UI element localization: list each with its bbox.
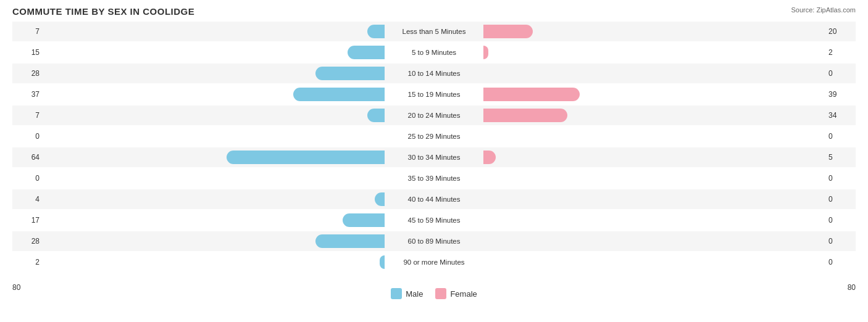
bars-center: 90 or more Minutes <box>43 252 825 272</box>
legend-male: Male <box>391 288 423 299</box>
bars-center: 45 to 59 Minutes <box>43 210 825 230</box>
row-label: 25 to 29 Minutes <box>385 133 483 140</box>
female-value: 0 <box>825 216 856 225</box>
male-value: 7 <box>12 27 43 36</box>
female-value: 34 <box>825 111 856 120</box>
chart-title: COMMUTE TIME BY SEX IN COOLIDGE <box>12 6 856 17</box>
legend-female: Female <box>435 288 477 299</box>
female-bar <box>483 46 488 59</box>
female-value: 0 <box>825 132 856 141</box>
male-value: 2 <box>12 258 43 266</box>
legend: Male Female <box>391 288 477 299</box>
chart-row: 290 or more Minutes0 <box>12 252 856 272</box>
chart-row: 2810 to 14 Minutes0 <box>12 64 856 83</box>
bars-center: 30 to 34 Minutes <box>43 147 825 167</box>
female-value: 5 <box>825 153 856 162</box>
row-label: 90 or more Minutes <box>385 258 483 266</box>
row-label: 20 to 24 Minutes <box>385 112 483 119</box>
bars-center: 40 to 44 Minutes <box>43 189 825 209</box>
male-value: 4 <box>12 195 43 204</box>
male-bar <box>348 46 385 59</box>
bars-center: 35 to 39 Minutes <box>43 168 825 188</box>
chart-area: 7Less than 5 Minutes20155 to 9 Minutes22… <box>12 22 856 281</box>
row-label: 40 to 44 Minutes <box>385 196 483 203</box>
male-value: 7 <box>12 111 43 120</box>
male-value: 37 <box>12 90 43 99</box>
male-bar <box>293 88 385 101</box>
row-label: 45 to 59 Minutes <box>385 217 483 224</box>
male-value: 0 <box>12 174 43 183</box>
chart-row: 155 to 9 Minutes2 <box>12 43 856 62</box>
male-bar <box>227 151 385 164</box>
chart-container: COMMUTE TIME BY SEX IN COOLIDGE Source: … <box>0 0 868 322</box>
row-label: 35 to 39 Minutes <box>385 175 483 182</box>
male-bar <box>343 213 385 227</box>
bars-center: 15 to 19 Minutes <box>43 85 825 104</box>
male-bar <box>367 109 385 122</box>
female-bar <box>483 88 580 101</box>
source-text: Source: ZipAtlas.com <box>791 6 856 14</box>
female-bar <box>483 151 496 164</box>
row-label: 15 to 19 Minutes <box>385 91 483 98</box>
female-bar <box>483 25 533 38</box>
male-label: Male <box>406 289 423 299</box>
female-value: 39 <box>825 90 856 99</box>
male-bar <box>315 234 385 248</box>
chart-row: 2860 to 89 Minutes0 <box>12 231 856 251</box>
female-value: 0 <box>825 258 856 266</box>
chart-row: 1745 to 59 Minutes0 <box>12 210 856 230</box>
male-value: 28 <box>12 237 43 246</box>
female-value: 0 <box>825 69 856 78</box>
male-value: 0 <box>12 132 43 141</box>
row-label: Less than 5 Minutes <box>385 28 483 35</box>
row-label: 30 to 34 Minutes <box>385 154 483 161</box>
chart-row: 025 to 29 Minutes0 <box>12 126 856 146</box>
female-value: 0 <box>825 237 856 246</box>
female-value: 0 <box>825 195 856 204</box>
axis-right: 80 <box>848 283 856 299</box>
female-label: Female <box>450 289 477 299</box>
bars-center: 5 to 9 Minutes <box>43 43 825 62</box>
chart-row: 035 to 39 Minutes0 <box>12 168 856 188</box>
male-value: 64 <box>12 153 43 162</box>
female-bar <box>483 109 567 122</box>
female-value: 20 <box>825 27 856 36</box>
bars-center: 20 to 24 Minutes <box>43 105 825 125</box>
male-bar <box>367 25 385 38</box>
axis-left: 80 <box>12 283 20 299</box>
male-value: 28 <box>12 69 43 78</box>
axis-labels: 80 Male Female 80 <box>12 283 856 299</box>
female-value: 2 <box>825 48 856 57</box>
male-bar <box>375 192 385 206</box>
female-value: 0 <box>825 174 856 183</box>
chart-row: 6430 to 34 Minutes5 <box>12 147 856 167</box>
chart-row: 720 to 24 Minutes34 <box>12 105 856 125</box>
bars-center: Less than 5 Minutes <box>43 22 825 41</box>
male-value: 17 <box>12 216 43 225</box>
male-color-box <box>391 288 402 299</box>
chart-row: 440 to 44 Minutes0 <box>12 189 856 209</box>
female-color-box <box>435 288 446 299</box>
bars-center: 25 to 29 Minutes <box>43 126 825 146</box>
chart-row: 7Less than 5 Minutes20 <box>12 22 856 41</box>
row-label: 60 to 89 Minutes <box>385 237 483 245</box>
chart-row: 3715 to 19 Minutes39 <box>12 85 856 104</box>
male-value: 15 <box>12 48 43 57</box>
bars-center: 60 to 89 Minutes <box>43 231 825 251</box>
row-label: 5 to 9 Minutes <box>385 49 483 56</box>
male-bar <box>380 255 385 269</box>
male-bar <box>315 67 385 80</box>
bars-center: 10 to 14 Minutes <box>43 64 825 83</box>
row-label: 10 to 14 Minutes <box>385 70 483 77</box>
